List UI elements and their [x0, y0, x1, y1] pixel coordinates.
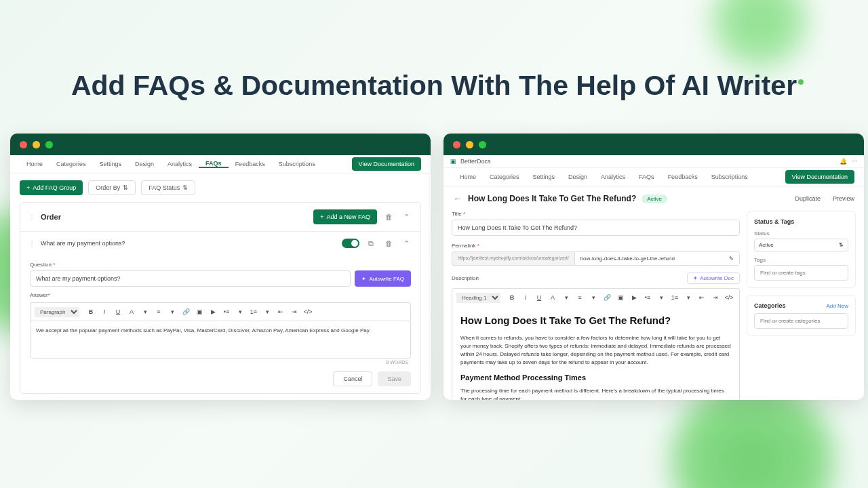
more-icon[interactable]: ⋯ — [851, 158, 857, 165]
chevron-up-icon[interactable]: ⌃ — [400, 237, 412, 249]
chevron-down-icon[interactable]: ▾ — [166, 306, 178, 318]
image-icon[interactable]: ▣ — [614, 291, 627, 304]
link-icon[interactable]: 🔗 — [601, 291, 613, 304]
close-icon[interactable] — [453, 141, 460, 148]
nav-settings[interactable]: Settings — [93, 161, 129, 167]
ordered-list-icon[interactable]: 1≡ — [248, 306, 260, 318]
video-icon[interactable]: ▶ — [628, 291, 640, 304]
nav-settings[interactable]: Settings — [526, 174, 562, 180]
brand-name: BetterDocs — [460, 158, 491, 165]
underline-icon[interactable]: U — [112, 306, 124, 318]
faq-window: Home Categories Settings Design Analytic… — [10, 134, 431, 400]
delete-icon[interactable]: 🗑 — [382, 237, 395, 249]
title-input[interactable] — [452, 220, 740, 236]
doc-editor[interactable]: How Long Does It Take To Get The Refund?… — [452, 306, 740, 400]
nav-analytics[interactable]: Analytics — [161, 161, 199, 167]
nav-faqs[interactable]: FAQs — [199, 160, 229, 168]
indent-icon[interactable]: ⇥ — [709, 291, 722, 304]
italic-icon[interactable]: I — [519, 291, 532, 304]
cancel-button[interactable]: Cancel — [333, 371, 372, 386]
align-icon[interactable]: ≡ — [574, 291, 586, 304]
titlebar — [10, 134, 431, 155]
nav-home[interactable]: Home — [20, 161, 50, 167]
outdent-icon[interactable]: ⇤ — [275, 306, 287, 318]
permalink-label: Permalink * — [452, 243, 740, 249]
faq-status-button[interactable]: FAQ Status ⇅ — [141, 180, 195, 195]
maximize-icon[interactable] — [479, 141, 486, 148]
word-count: 0 WORDS — [30, 359, 411, 366]
autowrite-doc-button[interactable]: ✦Autowrite Doc — [687, 272, 740, 284]
bold-icon[interactable]: B — [85, 306, 97, 318]
text-color-icon[interactable]: A — [125, 306, 138, 318]
autowrite-faq-button[interactable]: ✦Autowrite FAQ — [355, 270, 411, 287]
categories-input[interactable] — [754, 313, 848, 329]
outdent-icon[interactable]: ⇤ — [696, 291, 708, 304]
view-documentation-button[interactable]: View Documentation — [785, 170, 854, 184]
link-icon[interactable]: 🔗 — [180, 306, 192, 318]
video-icon[interactable]: ▶ — [207, 306, 219, 318]
code-icon[interactable]: </> — [302, 306, 314, 318]
image-icon[interactable]: ▣ — [193, 306, 205, 318]
nav-home[interactable]: Home — [453, 174, 483, 180]
indent-icon[interactable]: ⇥ — [288, 306, 300, 318]
copy-icon[interactable]: ⧉ — [365, 237, 377, 249]
sort-icon: ⇅ — [123, 184, 128, 191]
view-documentation-button[interactable]: View Documentation — [352, 157, 421, 171]
nav-analytics[interactable]: Analytics — [594, 174, 632, 180]
close-icon[interactable] — [20, 141, 27, 148]
text-color-icon[interactable]: A — [547, 291, 559, 304]
content-p1: When it comes to refunds, you have to co… — [460, 334, 731, 367]
sparkle-icon: ✦ — [361, 276, 366, 282]
minimize-icon[interactable] — [33, 141, 40, 148]
faq-toggle[interactable] — [342, 239, 359, 248]
drag-icon[interactable]: ⋮ — [28, 214, 35, 221]
block-format-select[interactable]: Paragraph — [35, 307, 79, 317]
chevron-down-icon[interactable]: ▾ — [655, 291, 667, 304]
chevron-down-icon[interactable]: ▾ — [560, 291, 572, 304]
chevron-down-icon[interactable]: ▾ — [587, 291, 599, 304]
nav-subscriptions[interactable]: Subscriptions — [272, 161, 322, 167]
duplicate-button[interactable]: Duplicate — [795, 195, 821, 202]
minimize-icon[interactable] — [466, 141, 473, 148]
add-new-faq-button[interactable]: +Add a New FAQ — [313, 209, 377, 224]
chevron-down-icon[interactable]: ▾ — [682, 291, 694, 304]
nav-feedbacks[interactable]: Feedbacks — [229, 161, 272, 167]
underline-icon[interactable]: U — [533, 291, 545, 304]
chevron-down-icon[interactable]: ▾ — [139, 306, 151, 318]
permalink-slug-input[interactable]: how-long-does-it-take-to-get-the-refund✎ — [574, 251, 740, 266]
add-new-category-button[interactable]: Add New — [827, 303, 848, 309]
nav-faqs[interactable]: FAQs — [632, 174, 661, 180]
title-label: Title * — [452, 211, 740, 217]
italic-icon[interactable]: I — [98, 306, 111, 318]
block-format-select[interactable]: Heading 1 — [456, 293, 500, 303]
chevron-down-icon[interactable]: ▾ — [234, 306, 246, 318]
chevron-up-icon[interactable]: ⌃ — [400, 211, 412, 223]
nav-categories[interactable]: Categories — [50, 161, 93, 167]
delete-icon[interactable]: 🗑 — [382, 211, 395, 223]
code-icon[interactable]: </> — [723, 291, 735, 304]
chevron-down-icon[interactable]: ▾ — [261, 306, 273, 318]
order-by-button[interactable]: Order By ⇅ — [88, 180, 136, 195]
answer-editor[interactable]: We accept all the popular payment method… — [30, 321, 411, 359]
unordered-list-icon[interactable]: •≡ — [220, 306, 233, 318]
nav-design[interactable]: Design — [128, 161, 161, 167]
save-button[interactable]: Save — [378, 371, 411, 386]
preview-button[interactable]: Preview — [833, 195, 854, 202]
nav-subscriptions[interactable]: Subscriptions — [705, 174, 755, 180]
add-faq-group-button[interactable]: +Add FAQ Group — [20, 180, 83, 195]
ordered-list-icon[interactable]: 1≡ — [669, 291, 681, 304]
bold-icon[interactable]: B — [506, 291, 518, 304]
nav-design[interactable]: Design — [561, 174, 594, 180]
edit-icon[interactable]: ✎ — [729, 256, 734, 262]
question-input[interactable] — [30, 270, 351, 287]
status-select[interactable]: Active⇅ — [754, 239, 848, 251]
maximize-icon[interactable] — [45, 141, 53, 148]
nav-feedbacks[interactable]: Feedbacks — [661, 174, 705, 180]
tags-input[interactable] — [754, 265, 848, 281]
align-icon[interactable]: ≡ — [153, 306, 165, 318]
bell-icon[interactable]: 🔔 — [840, 158, 847, 165]
unordered-list-icon[interactable]: •≡ — [642, 291, 654, 304]
back-icon[interactable]: ← — [453, 193, 462, 204]
drag-icon[interactable]: ⋮ — [28, 240, 35, 247]
nav-categories[interactable]: Categories — [483, 174, 526, 180]
